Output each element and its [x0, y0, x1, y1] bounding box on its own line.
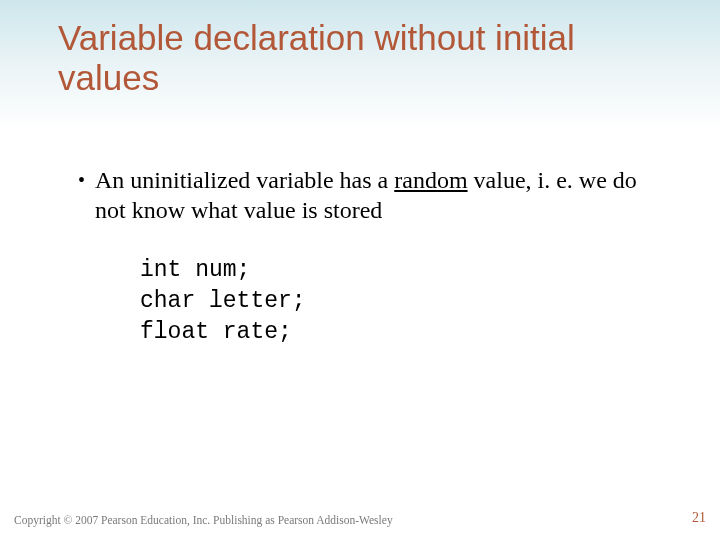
code-line-2: char letter; [140, 286, 660, 317]
code-line-3: float rate; [140, 317, 660, 348]
page-number: 21 [692, 510, 706, 526]
bullet-text: An uninitialized variable has a random v… [95, 165, 660, 225]
code-line-1: int num; [140, 255, 660, 286]
slide-content: • An uninitialized variable has a random… [78, 165, 660, 348]
bullet-item: • An uninitialized variable has a random… [78, 165, 660, 225]
slide-title: Variable declaration without initial val… [58, 18, 680, 99]
code-block: int num; char letter; float rate; [140, 255, 660, 348]
bullet-marker: • [78, 167, 85, 193]
bullet-text-pre: An uninitialized variable has a [95, 167, 394, 193]
copyright-text: Copyright © 2007 Pearson Education, Inc.… [14, 514, 393, 526]
bullet-text-underlined: random [394, 167, 467, 193]
